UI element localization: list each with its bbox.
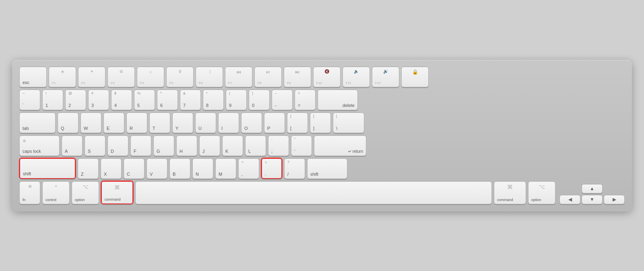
- key-shift-left[interactable]: shift: [19, 158, 76, 179]
- key-bracket-r[interactable]: } ]: [310, 112, 331, 133]
- key-f10[interactable]: 🔇 F10: [313, 66, 341, 87]
- key-z[interactable]: Z: [78, 158, 99, 179]
- key-f5[interactable]: 🎙 F5: [166, 66, 194, 87]
- key-backtick[interactable]: ~ `: [19, 89, 40, 110]
- arrow-bottom-row: ◀ ▼ ▶: [559, 195, 625, 204]
- key-arrow-down[interactable]: ▼: [582, 195, 603, 204]
- key-return[interactable]: ↵ return: [314, 135, 366, 156]
- key-bracket-l[interactable]: { [: [287, 112, 308, 133]
- key-fn[interactable]: ⊕ fn: [19, 181, 40, 204]
- key-space[interactable]: [135, 181, 492, 204]
- key-c[interactable]: C: [124, 158, 144, 179]
- bottom-row: ⊕ fn ^ control ⌥ option ⌘ command ⌘ comm…: [19, 181, 625, 204]
- key-tab[interactable]: tab: [19, 112, 56, 133]
- key-4[interactable]: $ 4: [111, 89, 132, 110]
- key-f11[interactable]: 🔉 F11: [343, 66, 370, 87]
- key-option-right[interactable]: ⌥ option: [528, 181, 555, 204]
- key-g[interactable]: G: [153, 135, 174, 156]
- key-8[interactable]: * 8: [203, 89, 224, 110]
- key-f8[interactable]: ⏯ F8: [254, 66, 282, 87]
- key-m[interactable]: M: [215, 158, 236, 179]
- key-arrow-left[interactable]: ◀: [559, 195, 580, 204]
- caps-lock-indicator: [23, 140, 26, 142]
- key-minus[interactable]: – -: [272, 89, 293, 110]
- key-equal[interactable]: + =: [295, 89, 316, 110]
- key-arrow-right[interactable]: ▶: [604, 195, 625, 204]
- key-f7[interactable]: ⏮ F7: [225, 66, 252, 87]
- key-2[interactable]: @ 2: [65, 89, 86, 110]
- key-7[interactable]: & 7: [180, 89, 201, 110]
- fn-row: esc ☀ F1 ✶ F2 ⊞ F3 ⌕ F4 🎙 F5 ☽ F6 ⏮ F7: [19, 66, 625, 87]
- key-quote[interactable]: " ': [291, 135, 312, 156]
- key-i[interactable]: I: [218, 112, 239, 133]
- key-caps-lock[interactable]: caps lock: [19, 135, 60, 156]
- key-f12[interactable]: 🔊 F12: [372, 66, 399, 87]
- key-lock[interactable]: 🔒: [401, 66, 429, 87]
- key-q[interactable]: Q: [58, 112, 78, 133]
- key-slash[interactable]: ? /: [284, 158, 305, 179]
- key-y[interactable]: Y: [172, 112, 193, 133]
- keyboard: esc ☀ F1 ✶ F2 ⊞ F3 ⌕ F4 🎙 F5 ☽ F6 ⏮ F7: [12, 60, 632, 211]
- asdf-row: caps lock A S D F G H J K L : ; " ' ↵ re…: [19, 135, 625, 156]
- key-f2[interactable]: ✶ F2: [78, 66, 105, 87]
- qwerty-row: tab Q W E R T Y U I O P { [ } ] | \: [19, 112, 625, 133]
- key-j[interactable]: J: [199, 135, 220, 156]
- key-s[interactable]: S: [85, 135, 105, 156]
- key-k[interactable]: K: [222, 135, 243, 156]
- key-period[interactable]: > .: [261, 158, 282, 179]
- key-0[interactable]: ) 0: [249, 89, 270, 110]
- key-5[interactable]: % 5: [134, 89, 155, 110]
- key-command-left[interactable]: ⌘ command: [101, 181, 133, 204]
- key-f4[interactable]: ⌕ F4: [137, 66, 164, 87]
- key-f3[interactable]: ⊞ F3: [107, 66, 135, 87]
- key-h[interactable]: H: [176, 135, 197, 156]
- key-n[interactable]: N: [192, 158, 213, 179]
- key-arrow-up[interactable]: ▲: [582, 184, 603, 193]
- key-3[interactable]: # 3: [88, 89, 109, 110]
- key-o[interactable]: O: [241, 112, 262, 133]
- key-u[interactable]: U: [195, 112, 216, 133]
- number-row: ~ ` ! 1 @ 2 # 3 $ 4 % 5 ^ 6 & 7: [19, 89, 625, 110]
- zxcv-row: shift Z X C V B N M < , > . ? / shift: [19, 158, 625, 179]
- key-e[interactable]: E: [103, 112, 124, 133]
- key-w[interactable]: W: [80, 112, 101, 133]
- key-esc[interactable]: esc: [19, 66, 47, 87]
- key-v[interactable]: V: [147, 158, 167, 179]
- key-control[interactable]: ^ control: [42, 181, 70, 204]
- key-t[interactable]: T: [149, 112, 170, 133]
- key-6[interactable]: ^ 6: [157, 89, 178, 110]
- arrow-top-row: ▲: [559, 184, 625, 193]
- key-backslash[interactable]: | \: [333, 112, 364, 133]
- key-delete[interactable]: delete: [318, 89, 358, 110]
- key-command-right[interactable]: ⌘ command: [494, 181, 526, 204]
- key-9[interactable]: ( 9: [226, 89, 247, 110]
- key-f[interactable]: F: [130, 135, 151, 156]
- key-b[interactable]: B: [169, 158, 190, 179]
- key-p[interactable]: P: [264, 112, 285, 133]
- key-f9[interactable]: ⏭ F9: [284, 66, 311, 87]
- key-x[interactable]: X: [101, 158, 122, 179]
- key-comma[interactable]: < ,: [238, 158, 259, 179]
- key-l[interactable]: L: [245, 135, 266, 156]
- arrow-cluster: ▲ ◀ ▼ ▶: [559, 184, 625, 204]
- key-a[interactable]: A: [62, 135, 83, 156]
- key-f6[interactable]: ☽ F6: [196, 66, 223, 87]
- key-r[interactable]: R: [126, 112, 147, 133]
- key-d[interactable]: D: [107, 135, 128, 156]
- key-f1[interactable]: ☀ F1: [49, 66, 76, 87]
- key-semicolon[interactable]: : ;: [268, 135, 289, 156]
- key-1[interactable]: ! 1: [42, 89, 63, 110]
- key-option-left[interactable]: ⌥ option: [72, 181, 99, 204]
- key-shift-right[interactable]: shift: [307, 158, 347, 179]
